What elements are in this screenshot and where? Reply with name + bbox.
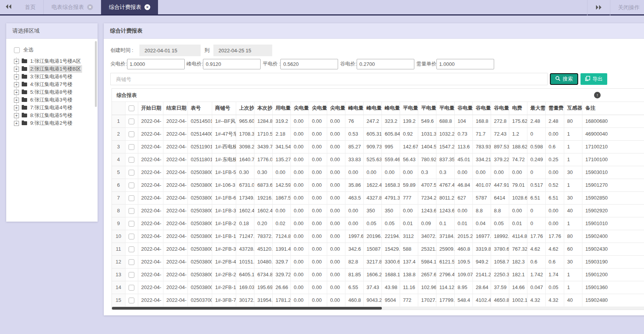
table-cell: 1 <box>564 281 582 294</box>
row-checkbox[interactable] <box>129 144 134 150</box>
column-header: 峰电量 <box>381 102 400 115</box>
table-cell: 0 <box>527 217 545 230</box>
table-row: 132022-04-2022-04-025038001#-2FB-26405.1… <box>112 268 644 281</box>
tree-item[interactable]: +9:张江集电港2号楼 <box>14 119 94 127</box>
tabs-scroll-right-button[interactable] <box>587 5 610 11</box>
tree-item[interactable]: +5:张江集电港8号楼 <box>14 88 94 96</box>
select-all-checkbox[interactable] <box>14 47 20 53</box>
row-checkbox[interactable] <box>129 221 134 227</box>
row-checkbox[interactable] <box>129 195 134 201</box>
table-cell: 0 <box>527 127 545 140</box>
price-input-3[interactable] <box>357 59 414 69</box>
expand-plus-icon[interactable]: + <box>14 74 19 79</box>
row-checkbox[interactable] <box>129 170 134 176</box>
table-cell: 1.742 <box>527 268 545 281</box>
table-cell: 783.93 <box>472 140 491 153</box>
column-header: 备注 <box>582 102 644 115</box>
expand-plus-icon[interactable]: + <box>14 67 19 72</box>
row-checkbox[interactable] <box>129 234 134 239</box>
table-cell: 72.43 <box>491 127 509 140</box>
scrollbar-thumb[interactable] <box>95 41 97 107</box>
table-cell: 1547.2 <box>436 140 454 153</box>
expand-plus-icon[interactable]: + <box>14 105 19 110</box>
row-checkbox[interactable] <box>129 285 134 291</box>
export-button[interactable]: 导出 <box>580 73 607 85</box>
tree-item[interactable]: +6:张江集电港3号楼 <box>14 96 94 104</box>
table-row: 102022-04-2022-04-025038001#-1FB-171247.… <box>112 230 644 243</box>
tree-item[interactable]: +7:张江集电港4号楼 <box>14 104 94 112</box>
price-input-0[interactable] <box>127 59 185 69</box>
expand-plus-icon[interactable]: + <box>14 90 19 95</box>
date-from-input[interactable] <box>139 45 201 56</box>
row-checkbox-cell <box>125 127 138 140</box>
row-checkbox[interactable] <box>129 259 134 265</box>
price-input-1[interactable] <box>203 59 261 69</box>
table-cell: 02503800 <box>187 217 212 230</box>
select-all-row[interactable]: 全选 <box>14 46 94 54</box>
table-cell: 0.00 <box>327 204 345 217</box>
table-cell: 0.00 <box>309 179 327 191</box>
tab-billing-report[interactable]: 综合计费报表 × <box>101 0 158 14</box>
table-cell: 2022-04- <box>163 115 187 127</box>
table-cell: 25321. <box>418 243 436 255</box>
table-cell: 2022-04- <box>138 127 163 140</box>
tree-item[interactable]: +2:张江集电港1号楼B区 <box>14 65 94 73</box>
table-cell: 30172. <box>236 294 254 306</box>
table-cell: 25909. <box>436 243 454 255</box>
price-input-2[interactable] <box>280 59 338 69</box>
row-checkbox-cell <box>125 294 138 306</box>
expand-plus-icon[interactable]: + <box>14 82 19 87</box>
table-cell: 175.62 <box>509 115 527 127</box>
row-checkbox[interactable] <box>129 182 134 188</box>
price-field: 平电价 : <box>263 59 338 69</box>
table-cell: 897.53 <box>491 140 509 153</box>
tab-meter-report[interactable]: 电表综合报表 × <box>44 0 101 14</box>
search-button[interactable]: 搜索 <box>550 73 578 85</box>
row-checkbox[interactable] <box>129 119 134 124</box>
expand-plus-icon[interactable]: + <box>14 98 19 103</box>
table-cell: 0.00 <box>290 115 309 127</box>
table-cell: 463.5 <box>345 191 363 204</box>
expand-plus-icon[interactable]: + <box>14 113 19 118</box>
tree-item[interactable]: +8:张江集电港5号楼 <box>14 112 94 119</box>
table-cell: 59.89 <box>400 179 418 191</box>
table-cell: 0.00 <box>345 166 363 179</box>
row-number: 6 <box>112 179 125 191</box>
table-cell: 3439.7 <box>254 140 272 153</box>
table-cell: 3300.6 <box>381 255 400 268</box>
table-cell: 135.27 <box>272 153 290 166</box>
tree-connector: + <box>14 96 19 104</box>
row-checkbox[interactable] <box>129 246 134 252</box>
tab-close-icon[interactable]: × <box>87 4 93 10</box>
select-all-rows-checkbox[interactable] <box>129 105 134 111</box>
table-cell: 1#-2FB-4 <box>212 255 236 268</box>
expand-plus-icon[interactable]: + <box>14 59 19 64</box>
shop-number-input[interactable] <box>110 73 548 85</box>
tab-label: 综合计费报表 <box>109 4 141 11</box>
table-cell: 0.04 <box>472 217 491 230</box>
close-operations-menu[interactable]: 关闭操作 <box>610 4 640 11</box>
row-checkbox[interactable] <box>129 298 134 303</box>
table-cell: 15902430 <box>582 243 644 255</box>
table-cell: 0.00 <box>290 294 309 306</box>
price-input-4[interactable] <box>436 59 494 69</box>
sidebar-scrollbar[interactable] <box>95 41 97 219</box>
table-cell: 3098.2 <box>236 140 254 153</box>
row-number: 8 <box>112 204 125 217</box>
expand-plus-icon[interactable]: + <box>14 121 19 126</box>
row-checkbox[interactable] <box>129 131 134 137</box>
scrollbar-thumb[interactable] <box>112 307 382 310</box>
table-cell: 78372. <box>254 230 272 243</box>
tree-item[interactable]: +3:张江集电港6号楼 <box>14 73 94 81</box>
tree-item[interactable]: +1:张江集电港1号楼A区 <box>14 57 94 65</box>
row-checkbox[interactable] <box>129 157 134 163</box>
table-horizontal-scrollbar[interactable] <box>112 306 644 310</box>
date-to-input[interactable] <box>213 45 272 56</box>
tabs-scroll-left-button[interactable] <box>0 0 17 14</box>
scroll-top-icon[interactable]: ↑ <box>594 92 601 98</box>
tab-close-icon[interactable]: × <box>144 4 150 10</box>
tree-item[interactable]: +4:张江集电港7号楼 <box>14 81 94 88</box>
row-checkbox[interactable] <box>129 272 134 278</box>
row-checkbox[interactable] <box>129 208 134 214</box>
tab-home[interactable]: 首页 <box>17 0 44 14</box>
